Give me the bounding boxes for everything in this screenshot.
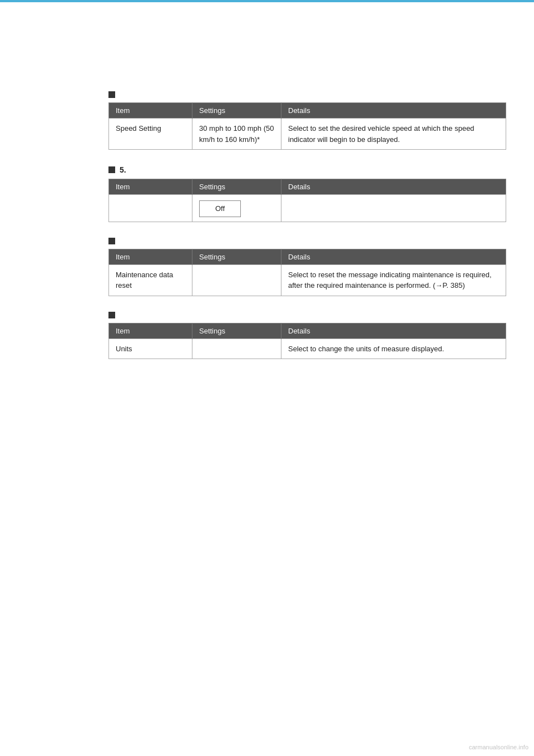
- section-1-square: [108, 91, 115, 98]
- table-1-row-0-item: Speed Setting: [109, 119, 192, 150]
- section-2-title: 5.: [120, 165, 126, 174]
- table-3-row-0-settings: [192, 264, 281, 296]
- section-3: Item Settings Details Maintenance data r…: [108, 238, 506, 296]
- table-row: Speed Setting 30 mph to 100 mph (50 km/h…: [109, 119, 506, 150]
- section-2: 5. Item Settings Details Off: [108, 165, 506, 222]
- table-2: Item Settings Details Off: [108, 179, 506, 222]
- table-4-row-0-details: Select to change the units of measure di…: [281, 338, 506, 359]
- table-3-row-0-item: Maintenance data reset: [109, 264, 192, 296]
- content-area: Item Settings Details Speed Setting 30 m…: [0, 2, 534, 408]
- table-1-row-0-details: Select to set the desired vehicle speed …: [281, 119, 506, 150]
- table-1-row-0-settings: 30 mph to 100 mph (50 km/h to 160 km/h)*: [192, 119, 281, 150]
- table-2-row-0-settings: Off: [192, 195, 281, 222]
- table-row: Units Select to change the units of meas…: [109, 338, 506, 359]
- table-1-header-settings: Settings: [192, 103, 281, 119]
- table-2-header-item: Item: [109, 179, 192, 195]
- section-2-header: 5.: [108, 165, 506, 174]
- table-row: Maintenance data reset Select to reset t…: [109, 264, 506, 296]
- watermark: carmanualsonline.info: [469, 744, 528, 750]
- page-container: Item Settings Details Speed Setting 30 m…: [0, 0, 534, 756]
- table-4-header-details: Details: [281, 323, 506, 338]
- table-3: Item Settings Details Maintenance data r…: [108, 249, 506, 296]
- off-badge: Off: [199, 200, 241, 217]
- table-2-header-details: Details: [281, 179, 506, 195]
- table-1: Item Settings Details Speed Setting 30 m…: [108, 102, 506, 150]
- section-3-header: [108, 238, 506, 244]
- section-4-square: [108, 312, 115, 318]
- section-4-header: [108, 312, 506, 318]
- table-2-row-0-details: [281, 195, 506, 222]
- table-4-row-0-settings: [192, 338, 281, 359]
- section-4: Item Settings Details Units Select to ch…: [108, 312, 506, 360]
- table-3-row-0-details: Select to reset the message indicating m…: [281, 264, 506, 296]
- table-3-header-item: Item: [109, 249, 192, 264]
- table-2-header-settings: Settings: [192, 179, 281, 195]
- table-4-row-0-item: Units: [109, 338, 192, 359]
- table-1-header-details: Details: [281, 103, 506, 119]
- table-3-header-settings: Settings: [192, 249, 281, 264]
- section-3-square: [108, 238, 115, 244]
- table-4: Item Settings Details Units Select to ch…: [108, 323, 506, 360]
- section-2-square: [108, 166, 115, 173]
- section-1: Item Settings Details Speed Setting 30 m…: [108, 91, 506, 150]
- table-3-header-details: Details: [281, 249, 506, 264]
- table-row: Off: [109, 195, 506, 222]
- table-1-header-item: Item: [109, 103, 192, 119]
- section-1-header: [108, 91, 506, 98]
- table-2-row-0-item: [109, 195, 192, 222]
- table-4-header-item: Item: [109, 323, 192, 338]
- table-4-header-settings: Settings: [192, 323, 281, 338]
